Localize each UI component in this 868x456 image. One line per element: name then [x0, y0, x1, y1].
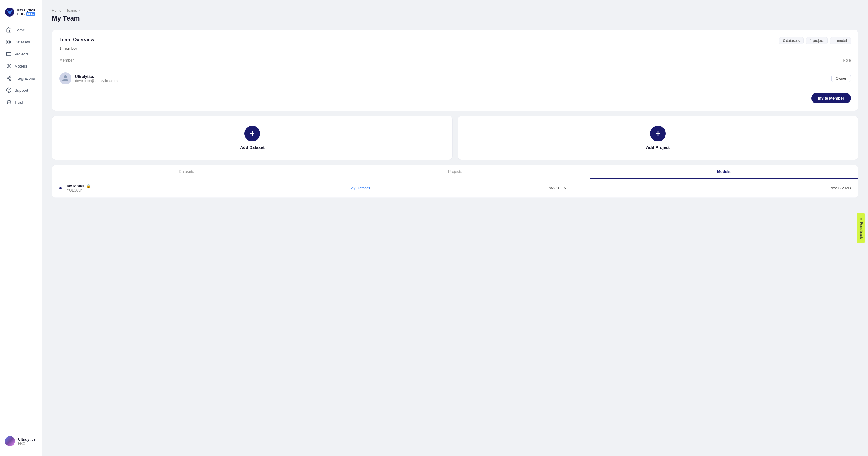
person-icon — [62, 75, 69, 82]
plus-icon — [654, 130, 661, 137]
team-overview-card: Team Overview 1 member 0 datasets 1 proj… — [52, 30, 858, 111]
add-project-circle — [650, 126, 666, 141]
svg-point-7 — [8, 65, 10, 67]
trash-icon — [6, 99, 11, 105]
member-header: Member Role — [59, 56, 851, 65]
add-dataset-circle — [244, 126, 260, 141]
projects-icon — [6, 51, 11, 57]
member-name: Ultralytics — [75, 74, 118, 79]
integrations-icon — [6, 76, 11, 81]
sidebar-item-support[interactable]: Support — [2, 84, 39, 96]
member-row: Ultralytics developer@ultralytics.com Ow… — [59, 69, 851, 88]
main-content: Home › Teams › My Team Team Overview 1 m… — [42, 0, 868, 456]
feedback-icon: ☺ — [859, 217, 864, 221]
sidebar-item-datasets[interactable]: Datasets — [2, 36, 39, 48]
lock-icon: 🔒 — [86, 184, 91, 188]
feedback-label: Feedback — [859, 222, 864, 238]
team-overview-title: Team Overview — [59, 37, 94, 42]
sidebar-item-label: Models — [14, 64, 27, 68]
invite-btn-wrapper: Invite Member — [59, 93, 851, 104]
model-status-dot — [59, 187, 62, 190]
feedback-button[interactable]: ☺ Feedback — [858, 213, 865, 243]
tab-datasets[interactable]: Datasets — [52, 165, 321, 178]
sidebar: ultralytics HUB BETA Home — [0, 0, 42, 456]
breadcrumb: Home › Teams › — [52, 8, 858, 13]
svg-point-10 — [9, 79, 11, 81]
svg-point-12 — [9, 91, 9, 91]
sidebar-item-label: Trash — [14, 100, 24, 105]
user-profile[interactable]: Ultralytics PRO — [5, 436, 37, 446]
datasets-icon — [6, 39, 11, 45]
model-arch: YOLOv8n — [67, 188, 259, 192]
svg-rect-4 — [7, 42, 8, 44]
add-project-label: Add Project — [646, 145, 670, 150]
brand-hub: HUB — [17, 12, 25, 16]
logo-icon — [5, 7, 14, 17]
model-name: My Model — [67, 184, 84, 188]
svg-point-8 — [7, 78, 9, 79]
avatar — [5, 436, 15, 446]
add-dataset-card[interactable]: Add Dataset — [52, 116, 453, 160]
sidebar-item-models[interactable]: Models — [2, 60, 39, 72]
page-title: My Team — [52, 15, 858, 22]
sidebar-item-label: Integrations — [14, 76, 35, 81]
member-avatar — [59, 73, 71, 84]
member-email: developer@ultralytics.com — [75, 79, 118, 83]
tabs-header: Datasets Projects Models — [52, 165, 858, 179]
user-name: Ultralytics — [18, 437, 36, 441]
nav-items: Home Datasets Projects — [0, 24, 42, 431]
sidebar-item-label: Projects — [14, 52, 29, 56]
model-row: My Model 🔒 YOLOv8n My Dataset mAP 89.5 s… — [52, 179, 858, 198]
add-dataset-label: Add Dataset — [240, 145, 265, 150]
home-icon — [6, 27, 11, 33]
sidebar-item-label: Datasets — [14, 40, 30, 44]
sidebar-item-label: Home — [14, 28, 25, 32]
user-plan: PRO — [18, 441, 36, 445]
brand-name: ultralytics — [17, 8, 35, 12]
stat-datasets: 0 datasets — [779, 37, 804, 44]
tabs-card: Datasets Projects Models My Model 🔒 YOLO… — [52, 165, 858, 198]
logo: ultralytics HUB BETA — [0, 5, 42, 24]
stat-projects: 1 project — [806, 37, 828, 44]
svg-point-1 — [8, 11, 11, 13]
sidebar-item-home[interactable]: Home — [2, 24, 39, 36]
tabs-content: My Model 🔒 YOLOv8n My Dataset mAP 89.5 s… — [52, 179, 858, 198]
breadcrumb-teams[interactable]: Teams — [66, 8, 77, 13]
breadcrumb-sep1: › — [63, 8, 64, 13]
team-stats: 0 datasets 1 project 1 model — [779, 37, 851, 44]
model-map: mAP 89.5 — [461, 186, 654, 190]
tab-models[interactable]: Models — [590, 165, 858, 178]
add-project-card[interactable]: Add Project — [458, 116, 858, 160]
invite-member-button[interactable]: Invite Member — [811, 93, 851, 104]
sidebar-item-label: Support — [14, 88, 28, 93]
role-header-label: Role — [843, 58, 851, 62]
svg-rect-5 — [9, 42, 11, 44]
support-icon — [6, 87, 11, 93]
sidebar-bottom: Ultralytics PRO — [0, 431, 42, 451]
sidebar-item-trash[interactable]: Trash — [2, 96, 39, 108]
sidebar-item-integrations[interactable]: Integrations — [2, 73, 39, 84]
role-badge: Owner — [831, 75, 851, 82]
member-info: Ultralytics developer@ultralytics.com — [59, 73, 118, 84]
member-header-label: Member — [59, 58, 74, 62]
svg-rect-3 — [9, 40, 11, 41]
breadcrumb-home[interactable]: Home — [52, 8, 61, 13]
add-cards-row: Add Dataset Add Project — [52, 116, 858, 160]
model-dataset[interactable]: My Dataset — [264, 186, 457, 190]
model-size: size 6.2 MB — [658, 186, 851, 190]
breadcrumb-sep2: › — [79, 8, 80, 13]
svg-rect-2 — [7, 40, 8, 41]
tab-projects[interactable]: Projects — [321, 165, 589, 178]
stat-models: 1 model — [830, 37, 851, 44]
svg-point-9 — [9, 76, 11, 78]
models-icon — [6, 63, 11, 69]
beta-badge: BETA — [26, 12, 35, 16]
sidebar-item-projects[interactable]: Projects — [2, 48, 39, 60]
model-info: My Model 🔒 YOLOv8n — [67, 184, 259, 192]
member-count: 1 member — [59, 46, 94, 51]
plus-icon — [249, 130, 256, 137]
